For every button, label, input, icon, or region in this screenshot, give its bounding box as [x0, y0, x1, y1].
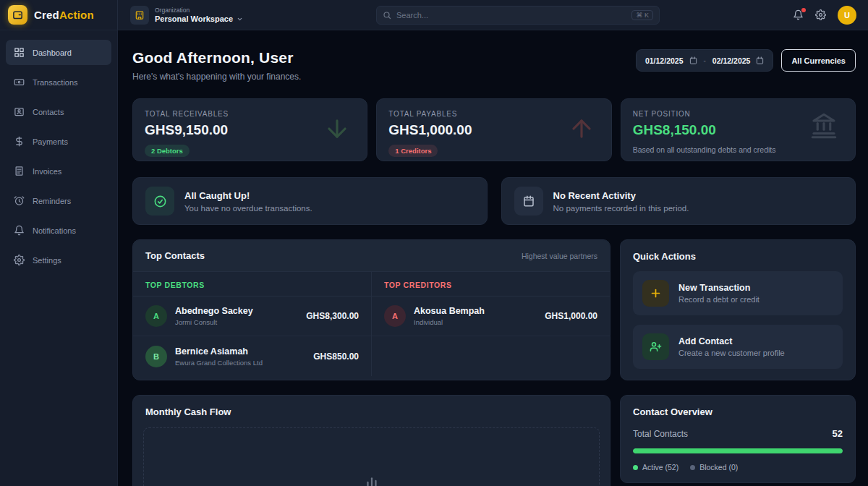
add-contact-action[interactable]: Add Contact Create a new customer profil… [633, 325, 843, 369]
contact-name: Abednego Sackey [175, 306, 253, 316]
bar-chart-icon [364, 472, 380, 486]
total-contacts-value: 52 [833, 428, 843, 439]
alert-title: No Recent Activity [553, 190, 689, 201]
dollar-icon [14, 136, 25, 147]
bank-icon [809, 111, 839, 141]
sidebar-item-notifications[interactable]: Notifications [6, 218, 111, 243]
contacts-progress-bar [633, 448, 843, 453]
contact-name: Bernice Asiamah [175, 346, 263, 357]
all-currencies-button[interactable]: All Currencies [781, 49, 856, 72]
sidebar-item-label: Settings [33, 256, 61, 265]
contacts-progress-fill [633, 448, 843, 453]
calendar-icon [689, 56, 697, 64]
active-legend: Active (52) [633, 463, 678, 472]
top-bar: CredAction Organization Personal Workspa… [0, 0, 868, 30]
top-contacts-title: Top Contacts [145, 250, 205, 261]
no-activity-alert: No Recent Activity No payments recorded … [501, 177, 856, 225]
debtor-row[interactable]: B Bernice Asiamah Ewura Grand Collection… [133, 336, 371, 376]
contact-amount: GHS8,300.00 [306, 311, 359, 321]
sidebar-item-label: Contacts [33, 108, 64, 116]
top-creditors-heading: TOP CREDITORS [372, 272, 610, 297]
calendar-icon [756, 56, 764, 64]
top-contacts-hint: Highest value partners [522, 252, 597, 260]
sidebar-item-invoices[interactable]: Invoices [6, 158, 111, 184]
arrow-down-icon [323, 115, 351, 142]
blocked-legend: Blocked (0) [690, 463, 738, 472]
contact-amount: GHS850.00 [313, 351, 359, 362]
avatar: A [384, 305, 406, 327]
creditors-badge: 1 Creditors [388, 145, 438, 157]
caught-up-alert: All Caught Up! You have no overdue trans… [132, 177, 488, 225]
notifications-bell-icon[interactable] [793, 9, 804, 20]
user-avatar[interactable]: U [838, 6, 856, 25]
contact-name: Akosua Bempah [414, 306, 485, 316]
total-contacts-label: Total Contacts [633, 429, 688, 439]
page-subtitle: Here's what's happening with your financ… [132, 72, 301, 82]
building-icon [130, 6, 149, 25]
arrow-up-icon [568, 115, 595, 142]
topbar-actions: U [793, 6, 868, 25]
search-bar[interactable]: ⌘ K [376, 6, 660, 25]
avatar: B [145, 346, 167, 367]
contact-org: Individual [414, 318, 485, 326]
user-plus-icon [642, 333, 669, 360]
sidebar-item-reminders[interactable]: Reminders [6, 188, 111, 213]
brand-name: CredAction [34, 9, 94, 21]
alert-subtitle: You have no overdue transactions. [184, 204, 312, 213]
net-position-card: NET POSITION GHS8,150.00 Based on all ou… [621, 98, 856, 161]
organization-name: Personal Workspace [155, 14, 243, 23]
date-separator: - [704, 56, 706, 64]
action-title: Add Contact [678, 336, 785, 346]
organization-selector[interactable]: Organization Personal Workspace [130, 6, 243, 25]
settings-gear-icon[interactable] [815, 9, 826, 20]
search-input[interactable] [396, 11, 626, 20]
top-debtors-column: TOP DEBTORS A Abednego Sackey Jormi Cons… [133, 272, 372, 376]
creditor-row[interactable]: A Akosua Bempah Individual GHS1,000.00 [372, 297, 610, 336]
contact-overview-title: Contact Overview [633, 406, 843, 417]
bell-icon [14, 225, 25, 236]
date-to-field[interactable]: 02/12/2025 [712, 56, 765, 65]
date-from-field[interactable]: 01/12/2025 [645, 56, 697, 65]
invoice-document-icon [14, 166, 25, 176]
sidebar-nav: Dashboard Transactions Contacts Payments… [0, 30, 118, 486]
quick-actions-card: Quick Actions New Transaction Record a d… [620, 239, 856, 380]
main-content: Good Afternoon, User Here's what's happe… [118, 30, 868, 486]
green-dot-icon [633, 465, 638, 470]
sidebar-item-label: Payments [33, 137, 68, 146]
page-title: Good Afternoon, User [132, 49, 301, 67]
action-title: New Transaction [678, 283, 760, 293]
avatar: A [145, 305, 167, 327]
alarm-clock-icon [14, 195, 25, 206]
sidebar-item-label: Reminders [33, 197, 71, 205]
sidebar-item-label: Invoices [33, 167, 61, 176]
top-contacts-card: Top Contacts Highest value partners TOP … [132, 239, 610, 380]
contact-overview-card: Contact Overview Total Contacts 52 Activ… [620, 395, 856, 483]
check-circle-icon [145, 187, 174, 216]
contact-org: Ewura Grand Collections Ltd [175, 359, 263, 367]
wallet-logo-icon [8, 5, 27, 25]
sidebar-item-label: Notifications [33, 226, 76, 235]
calendar-icon [514, 187, 543, 216]
contact-amount: GHS1,000.00 [545, 311, 597, 321]
search-shortcut-badge: ⌘ K [631, 10, 653, 20]
new-transaction-action[interactable]: New Transaction Record a debt or credit [633, 271, 843, 315]
date-range-picker: 01/12/2025 - 02/12/2025 [636, 49, 773, 72]
sidebar-item-label: Dashboard [33, 48, 72, 57]
action-subtitle: Create a new customer profile [678, 349, 785, 357]
sidebar-item-settings[interactable]: Settings [6, 247, 111, 273]
cash-flow-title: Monthly Cash Flow [143, 406, 600, 417]
contact-card-icon [14, 106, 25, 117]
sidebar-item-transactions[interactable]: Transactions [6, 69, 111, 95]
brand-logo: CredAction [0, 0, 118, 30]
banknote-icon [14, 77, 25, 88]
debtors-badge: 2 Debtors [145, 145, 190, 157]
total-receivables-card: TOTAL RECEIVABLES GHS9,150.00 2 Debtors [132, 98, 367, 161]
sidebar-item-contacts[interactable]: Contacts [6, 99, 111, 124]
sidebar-item-label: Transactions [33, 78, 78, 87]
top-creditors-column: TOP CREDITORS A Akosua Bempah Individual… [372, 272, 610, 376]
sidebar-item-payments[interactable]: Payments [6, 129, 111, 154]
sidebar-item-dashboard[interactable]: Dashboard [6, 40, 111, 65]
gear-icon [14, 255, 25, 265]
debtor-row[interactable]: A Abednego Sackey Jormi Consult GHS8,300… [133, 297, 371, 336]
search-icon [383, 11, 391, 20]
